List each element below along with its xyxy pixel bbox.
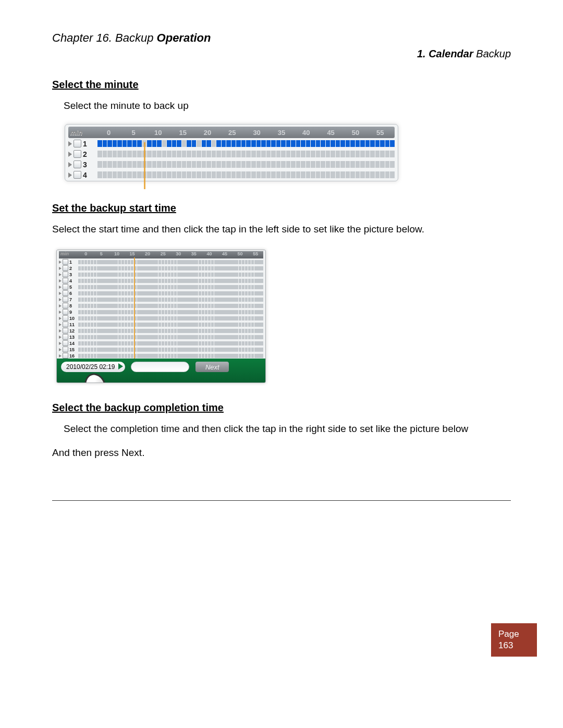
timeline-row[interactable]: 10 — [59, 315, 263, 321]
row-checkbox[interactable] — [63, 328, 68, 334]
footer-divider — [52, 500, 511, 501]
next-button[interactable]: Next — [195, 362, 229, 372]
timeline-row[interactable]: 13 — [59, 334, 263, 340]
timeline-row[interactable]: 7 — [59, 297, 263, 302]
row-checkbox[interactable] — [63, 297, 68, 302]
timeline-bar[interactable] — [78, 316, 263, 320]
timeline-bar[interactable] — [97, 171, 395, 178]
timeline-row[interactable]: 1 — [68, 139, 395, 149]
row-checkbox[interactable] — [63, 347, 68, 352]
row-checkbox[interactable] — [63, 290, 68, 296]
row-checkbox[interactable] — [63, 340, 68, 346]
expand-icon[interactable] — [59, 298, 62, 301]
row-checkbox[interactable] — [74, 150, 81, 158]
timeline-bar[interactable] — [78, 304, 263, 308]
row-checkbox[interactable] — [63, 309, 68, 315]
timeline-row[interactable]: 8 — [59, 303, 263, 309]
row-checkbox[interactable] — [63, 353, 68, 359]
tick-40: 40 — [294, 129, 319, 137]
timeline-row[interactable]: 1 — [59, 259, 263, 265]
row-checkbox[interactable] — [74, 171, 81, 179]
row-checkbox[interactable] — [74, 140, 81, 147]
expand-icon[interactable] — [59, 354, 62, 357]
timeline-bar[interactable] — [78, 260, 263, 264]
expand-icon[interactable] — [68, 162, 72, 167]
timeline-bar[interactable] — [78, 341, 263, 346]
timeline-row[interactable]: 15 — [59, 347, 263, 352]
row-number: 11 — [69, 322, 75, 327]
timeline-row[interactable]: 5 — [59, 284, 263, 290]
expand-icon[interactable] — [59, 267, 62, 270]
timeline-row[interactable]: 9 — [59, 309, 263, 315]
timeline-row[interactable]: 14 — [59, 340, 263, 346]
expand-icon[interactable] — [59, 311, 62, 314]
timeline-bar[interactable] — [97, 151, 395, 157]
timeline-row[interactable]: 16 — [59, 353, 263, 359]
timeline-row[interactable]: 12 — [59, 328, 263, 334]
t2-45: 45 — [217, 251, 232, 258]
row-checkbox[interactable] — [63, 259, 68, 265]
timeline-bar[interactable] — [78, 285, 263, 289]
expand-icon[interactable] — [59, 336, 62, 339]
expand-icon[interactable] — [59, 317, 62, 320]
timeline-bar[interactable] — [78, 335, 263, 339]
timeline-row[interactable]: 3 — [59, 272, 263, 277]
timeline-row[interactable]: 4 — [59, 278, 263, 283]
expand-icon[interactable] — [68, 141, 72, 146]
expand-icon[interactable] — [59, 329, 62, 332]
expand-icon[interactable] — [68, 152, 72, 157]
timeline-bar[interactable] — [78, 266, 263, 270]
timeline-bar[interactable] — [78, 354, 263, 358]
timeline-bar[interactable] — [97, 161, 395, 168]
figure-start-time-panel: min 0 5 10 15 20 25 30 35 40 45 50 55 12… — [56, 250, 266, 383]
row-checkbox[interactable] — [63, 272, 68, 277]
expand-icon[interactable] — [59, 292, 62, 295]
row-checkbox[interactable] — [63, 315, 68, 321]
timeline-bar[interactable] — [78, 273, 263, 277]
row-checkbox[interactable] — [63, 265, 68, 271]
timeline-bar[interactable] — [78, 310, 263, 314]
expand-icon[interactable] — [59, 348, 62, 351]
timeline-row[interactable]: 4 — [68, 170, 395, 180]
expand-icon[interactable] — [59, 279, 62, 282]
range-input[interactable] — [131, 362, 189, 372]
text-completion-1: Select the completion time and then clic… — [64, 423, 511, 435]
row-number: 13 — [69, 335, 75, 340]
row-checkbox[interactable] — [63, 278, 68, 283]
timeline-bar[interactable] — [78, 279, 263, 283]
timeline-bar[interactable] — [78, 329, 263, 333]
t2-5: 5 — [94, 251, 109, 258]
timeline-row[interactable]: 2 — [68, 149, 395, 159]
row-checkbox[interactable] — [63, 322, 68, 327]
expand-icon[interactable] — [59, 342, 62, 345]
timeline-bar[interactable] — [78, 291, 263, 295]
expand-icon[interactable] — [59, 304, 62, 307]
tick-30: 30 — [244, 129, 269, 137]
expand-icon[interactable] — [59, 323, 62, 326]
expand-icon[interactable] — [59, 286, 62, 289]
timeline-bar[interactable] — [78, 298, 263, 302]
timeline-row[interactable]: 6 — [59, 290, 263, 296]
expand-icon[interactable] — [59, 273, 62, 276]
row-checkbox[interactable] — [63, 334, 68, 340]
row-number: 1 — [83, 140, 87, 148]
row-checkbox[interactable] — [74, 161, 81, 168]
timeline-row[interactable]: 2 — [59, 265, 263, 271]
timeline-bar[interactable] — [78, 323, 263, 327]
timeline-bar[interactable] — [78, 348, 263, 352]
t2-20: 20 — [140, 251, 155, 258]
timeline-row[interactable]: 3 — [68, 159, 395, 169]
expand-icon[interactable] — [59, 261, 62, 264]
timeline-bar[interactable] — [97, 140, 395, 147]
play-icon[interactable] — [118, 363, 123, 369]
timeline-row[interactable]: 11 — [59, 322, 263, 327]
expand-icon[interactable] — [68, 172, 72, 178]
tick-20: 20 — [195, 129, 219, 137]
min-header-label-2: min — [59, 251, 78, 258]
row-number: 12 — [69, 328, 75, 334]
tick-35: 35 — [269, 129, 293, 137]
row-number: 6 — [69, 291, 72, 296]
row-checkbox[interactable] — [63, 303, 68, 309]
row-checkbox[interactable] — [63, 284, 68, 290]
row-number: 10 — [69, 316, 75, 321]
